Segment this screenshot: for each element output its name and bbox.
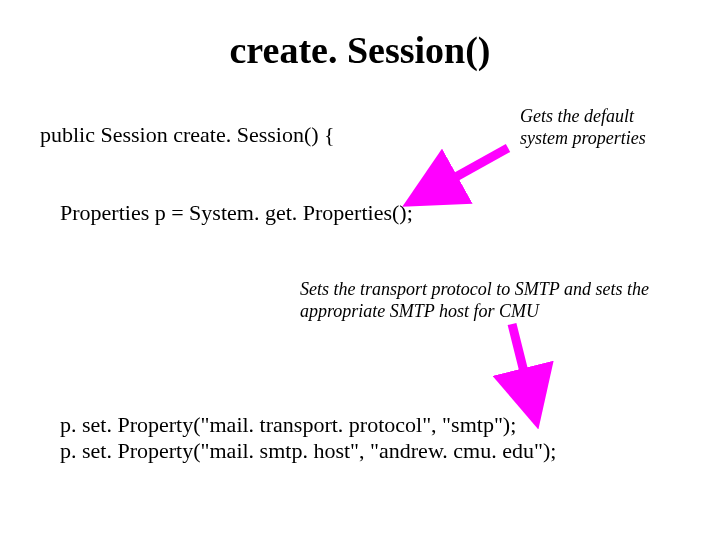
svg-line-3 [512, 324, 534, 412]
arrow-2 [0, 0, 720, 540]
